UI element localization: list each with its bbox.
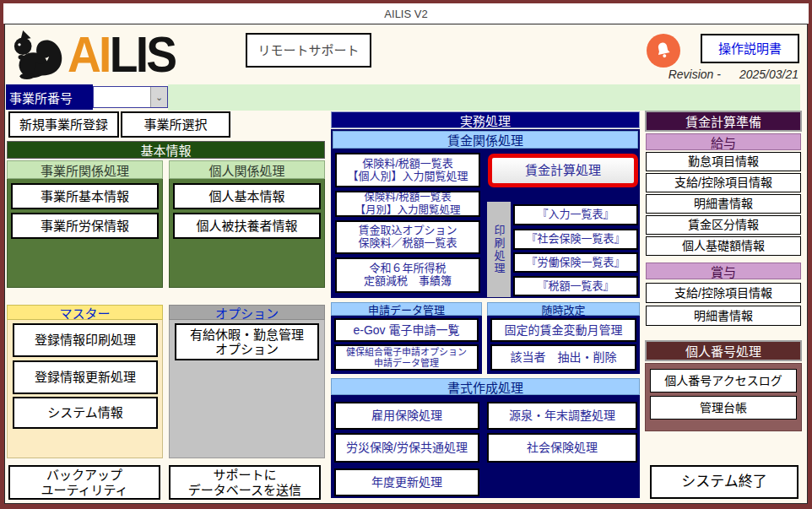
notification-bell-icon[interactable] xyxy=(647,34,680,68)
kenpo-application-option-button[interactable]: 健保組合電子申請オプション 申請データ管理 xyxy=(334,344,479,371)
revision-date: 2025/03/21 xyxy=(739,68,798,81)
egov-application-list-button[interactable]: e-Gov 電子申請一覧 xyxy=(334,318,479,342)
app-logo: AILIS xyxy=(8,28,253,82)
squirrel-logo-icon xyxy=(8,30,68,80)
salary-header: 給与 xyxy=(646,133,801,150)
bonus-header: 賞与 xyxy=(646,263,801,279)
system-info-button[interactable]: システム情報 xyxy=(13,397,158,429)
option-header: オプション xyxy=(169,305,325,320)
personal-basic-info-button[interactable]: 個人基本情報 xyxy=(173,183,321,209)
salary-payment-deduction-button[interactable]: 支給/控除項目情報 xyxy=(646,173,801,192)
fixed-wage-change-month-button[interactable]: 固定的賃金変動月管理 xyxy=(490,318,636,342)
paid-leave-option-button[interactable]: 有給休暇・勤怠管理 オプション xyxy=(175,323,319,360)
logo-text: AILIS xyxy=(68,30,175,80)
remote-support-button[interactable]: リモートサポート xyxy=(246,33,371,68)
office-info-bar xyxy=(168,84,800,111)
social-insurance-process-button[interactable]: 社会保険処理 xyxy=(487,433,637,463)
personal-dependent-info-button[interactable]: 個人被扶養者情報 xyxy=(173,213,321,239)
reiwa6-tax-reduction-button[interactable]: 令和６年所得税 定額減税 事績簿 xyxy=(335,257,480,293)
wage-category-info-button[interactable]: 賃金区分情報 xyxy=(646,215,801,235)
insurance-tax-list-personal-button[interactable]: 保険料/税額一覧表 【個人別】入力閲覧処理 xyxy=(335,153,480,187)
form-creation-header: 書式作成処理 xyxy=(331,378,640,395)
window-title: AILIS V2 xyxy=(3,3,809,24)
system-exit-button[interactable]: システム終了 xyxy=(650,465,798,499)
annual-update-button[interactable]: 年度更新処理 xyxy=(334,468,479,496)
office-group-header: 事業所関係処理 xyxy=(7,160,163,179)
send-database-button[interactable]: サポートに データベースを送信 xyxy=(169,465,321,500)
office-labor-info-button[interactable]: 事業所労保情報 xyxy=(11,213,159,239)
personal-group-header: 個人関係処理 xyxy=(169,160,325,179)
registration-update-button[interactable]: 登録情報更新処理 xyxy=(13,360,158,394)
labor-insurance-list-print-button[interactable]: 『労働保険一覧表』 xyxy=(513,252,638,273)
personal-base-amount-button[interactable]: 個人基礎額情報 xyxy=(646,236,801,256)
attendance-item-info-button[interactable]: 勤怠項目情報 xyxy=(646,152,801,171)
new-office-button[interactable]: 新規事業所登録 xyxy=(8,111,119,138)
revision-label: Revision - xyxy=(669,68,721,81)
my-number-access-log-button[interactable]: 個人番号アクセスログ xyxy=(650,369,797,393)
occasional-revision-header: 随時改定 xyxy=(487,302,640,316)
social-insurance-list-print-button[interactable]: 『社会保険一覧表』 xyxy=(513,229,638,250)
select-office-button[interactable]: 事業所選択 xyxy=(121,111,230,138)
bonus-payment-deduction-button[interactable]: 支給/控除項目情報 xyxy=(646,283,801,303)
wage-calculation-button[interactable]: 賃金計算処理 xyxy=(488,154,638,187)
backup-utility-button[interactable]: バックアップ ユーティリティ xyxy=(8,465,160,500)
office-number-value[interactable] xyxy=(94,87,150,107)
target-extract-delete-button[interactable]: 該当者 抽出・削除 xyxy=(490,344,636,371)
registration-print-button[interactable]: 登録情報印刷処理 xyxy=(13,323,158,357)
wage-related-header: 賃金関係処理 xyxy=(333,131,638,149)
insurance-tax-list-monthly-button[interactable]: 保険料/税額一覧表 【月別】入力閲覧処理 xyxy=(335,191,480,217)
office-basic-info-button[interactable]: 事業所基本情報 xyxy=(11,183,159,209)
office-number-combobox[interactable]: ⌄ xyxy=(93,86,168,108)
my-number-header: 個人番号処理 xyxy=(645,340,802,361)
wage-import-option-button[interactable]: 賃金取込オプション 保険料／税額一覧表 xyxy=(335,220,480,254)
management-ledger-button[interactable]: 管理台帳 xyxy=(650,396,797,420)
salary-slip-info-button[interactable]: 明細書情報 xyxy=(646,194,801,214)
bonus-slip-info-button[interactable]: 明細書情報 xyxy=(646,306,801,326)
chevron-down-icon[interactable]: ⌄ xyxy=(150,87,167,107)
practical-work-header: 実務処理 xyxy=(331,111,640,128)
tax-list-print-button[interactable]: 『税額一覧表』 xyxy=(513,276,638,296)
application-data-header: 申請データ管理 xyxy=(331,302,482,316)
input-list-print-button[interactable]: 『入力一覧表』 xyxy=(513,204,638,225)
wage-calc-prep-header: 賃金計算準備 xyxy=(645,111,802,132)
revision-info: Revision - 2025/03/21 xyxy=(669,68,798,81)
workers-comp-common-button[interactable]: 労災保険/労保共通処理 xyxy=(334,433,479,463)
ailis-main-window: AILIS V2 AILIS リモートサポート 操作説明書 Revision -… xyxy=(0,0,812,509)
office-number-label: 事業所番号 xyxy=(6,84,93,110)
employment-insurance-button[interactable]: 雇用保険処理 xyxy=(334,402,479,430)
master-header: マスター xyxy=(7,305,163,320)
operation-manual-button[interactable]: 操作説明書 xyxy=(701,34,799,63)
withholding-yearend-button[interactable]: 源泉・年末調整処理 xyxy=(487,402,637,430)
print-process-label: 印刷処理 xyxy=(487,202,511,297)
basic-info-header: 基本情報 xyxy=(7,141,325,159)
